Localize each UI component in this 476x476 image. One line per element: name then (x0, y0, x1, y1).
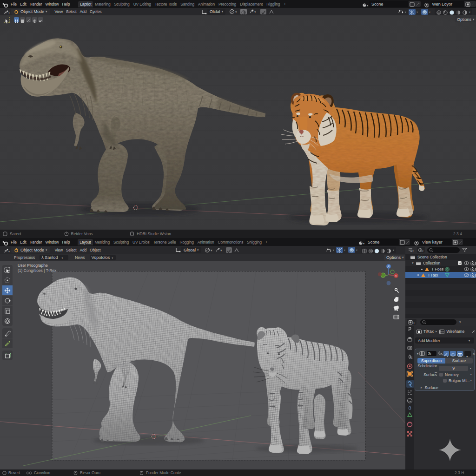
svg-text:▾: ▾ (220, 249, 222, 252)
svg-text:S: S (410, 356, 413, 359)
svg-text:▾: ▾ (367, 4, 368, 7)
svg-text:▾: ▾ (8, 250, 10, 253)
svg-text:▾: ▾ (235, 10, 237, 13)
svg-text:▾: ▾ (211, 249, 212, 252)
svg-text:▾: ▾ (422, 250, 423, 252)
svg-text:▾: ▾ (412, 250, 414, 252)
svg-text:▾: ▾ (8, 12, 10, 14)
svg-text:▾: ▾ (254, 10, 256, 13)
svg-text:▾: ▾ (413, 322, 415, 324)
svg-text:▾: ▾ (363, 242, 364, 245)
